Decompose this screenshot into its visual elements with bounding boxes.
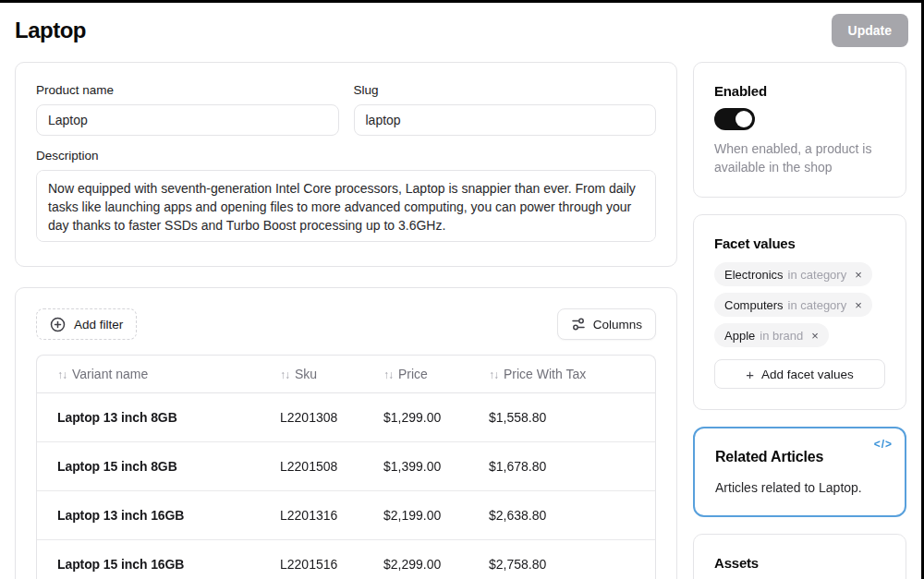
variant-name-cell[interactable]: Laptop 15 inch 16GB [37, 539, 273, 579]
sliders-icon [571, 317, 586, 332]
enabled-help-text: When enabled, a product is available in … [714, 139, 885, 176]
facet-chip-value: Electronics [724, 268, 784, 282]
related-articles-title: Related Articles [715, 449, 884, 465]
enabled-card: Enabled When enabled, a product is avail… [693, 62, 906, 198]
add-filter-label: Add filter [74, 318, 123, 332]
price-cell: $1,399.00 [376, 441, 481, 490]
facet-values-card: Facet values Electronics in category × C… [693, 214, 906, 410]
product-name-label: Product name [36, 83, 339, 97]
description-label: Description [36, 149, 656, 163]
variant-name-cell[interactable]: Laptop 13 inch 16GB [37, 490, 273, 539]
sku-cell: L2201316 [273, 490, 376, 539]
variants-table: ↑↓Variant name ↑↓Sku ↑↓Price ↑↓Price Wit… [36, 355, 656, 579]
facet-chip-qualifier: in category [788, 268, 847, 282]
variant-name-cell[interactable]: Laptop 13 inch 8GB [37, 392, 273, 441]
facet-chip: Electronics in category × [714, 262, 872, 286]
product-detail-page: Laptop Update Product name Slug Descript… [0, 0, 924, 579]
variants-card: Add filter Columns [15, 287, 677, 579]
update-button[interactable]: Update [832, 14, 908, 47]
close-icon[interactable]: × [811, 329, 819, 343]
facet-chip: Apple in brand × [714, 323, 829, 347]
sku-cell: L2201308 [273, 392, 376, 441]
add-filter-button[interactable]: Add filter [36, 308, 137, 340]
column-header-variant-name[interactable]: ↑↓Variant name [37, 356, 273, 392]
close-icon[interactable]: × [855, 268, 862, 282]
page-title: Laptop [15, 18, 86, 43]
price-with-tax-cell: $1,558.80 [481, 392, 655, 441]
price-cell: $2,199.00 [376, 490, 481, 539]
table-header-row: ↑↓Variant name ↑↓Sku ↑↓Price ↑↓Price Wit… [37, 356, 655, 392]
facet-chip-qualifier: in brand [760, 329, 803, 343]
facet-chip-value: Computers [724, 298, 784, 312]
related-articles-card[interactable]: </> Related Articles Articles related to… [693, 427, 906, 517]
assets-card: Assets [693, 534, 906, 579]
add-facet-values-button[interactable]: + Add facet values [714, 359, 885, 389]
sku-cell: L2201516 [273, 539, 376, 579]
code-icon[interactable]: </> [874, 438, 893, 451]
facet-values-title: Facet values [714, 235, 885, 251]
facet-chip-value: Apple [724, 329, 755, 343]
slug-input[interactable] [354, 104, 657, 136]
columns-button[interactable]: Columns [557, 308, 656, 340]
enabled-toggle[interactable] [714, 108, 755, 130]
assets-title: Assets [714, 555, 885, 571]
sort-icon[interactable]: ↑↓ [489, 368, 498, 381]
page-header: Laptop Update [15, 13, 908, 48]
description-textarea[interactable]: Now equipped with seventh-generation Int… [36, 170, 656, 242]
add-facet-values-label: Add facet values [761, 368, 854, 381]
column-header-sku[interactable]: ↑↓Sku [273, 356, 376, 392]
plus-icon: + [746, 367, 754, 382]
window-edge-top [0, 0, 924, 3]
enabled-card-title: Enabled [714, 83, 885, 99]
column-header-price[interactable]: ↑↓Price [376, 356, 481, 392]
price-with-tax-cell: $1,678.80 [481, 441, 655, 490]
sort-icon[interactable]: ↑↓ [280, 368, 289, 381]
toggle-knob [736, 111, 752, 127]
facet-chip-qualifier: in category [788, 298, 847, 312]
price-with-tax-cell: $2,638.80 [481, 490, 655, 539]
price-cell: $1,299.00 [376, 392, 481, 441]
table-row[interactable]: Laptop 15 inch 16GB L2201516 $2,299.00 $… [37, 539, 655, 579]
slug-label: Slug [354, 83, 657, 97]
columns-label: Columns [593, 318, 642, 332]
related-articles-body: Articles related to Laptop. [715, 480, 884, 495]
table-row[interactable]: Laptop 13 inch 16GB L2201316 $2,199.00 $… [37, 490, 655, 539]
table-row[interactable]: Laptop 15 inch 8GB L2201508 $1,399.00 $1… [37, 441, 655, 490]
close-icon[interactable]: × [855, 298, 862, 312]
product-name-input[interactable] [36, 104, 339, 136]
table-row[interactable]: Laptop 13 inch 8GB L2201308 $1,299.00 $1… [37, 392, 655, 441]
price-with-tax-cell: $2,758.80 [481, 539, 655, 579]
price-cell: $2,299.00 [376, 539, 481, 579]
facet-chip: Computers in category × [714, 293, 872, 317]
sort-icon[interactable]: ↑↓ [57, 368, 67, 381]
sort-icon[interactable]: ↑↓ [383, 368, 393, 381]
variant-name-cell[interactable]: Laptop 15 inch 8GB [37, 441, 273, 490]
product-form-card: Product name Slug Description Now equipp… [15, 62, 677, 267]
column-header-price-with-tax[interactable]: ↑↓Price With Tax [481, 356, 655, 392]
circle-plus-icon [50, 317, 66, 332]
sku-cell: L2201508 [273, 441, 376, 490]
